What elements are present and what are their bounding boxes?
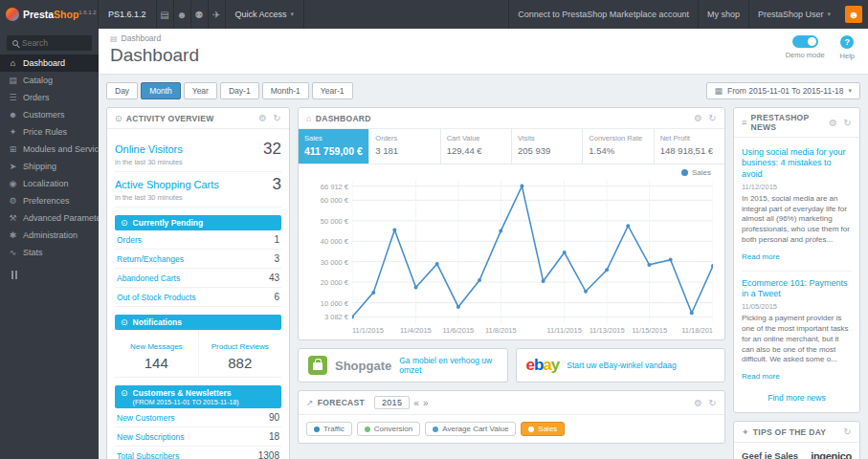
out-of-stock-link[interactable]: Out of Stock Products xyxy=(117,293,196,302)
product-reviews-cell: Product Reviews 882 xyxy=(199,330,282,377)
search-input[interactable] xyxy=(22,38,89,48)
range-year-1-button[interactable]: Year-1 xyxy=(312,82,353,99)
online-visitors-row: Online Visitors in the last 30 minutes 3… xyxy=(115,137,281,172)
pending-orders-link[interactable]: Orders xyxy=(117,235,142,245)
kpi-label: Orders xyxy=(375,134,434,142)
find-more-news-link[interactable]: Find more news xyxy=(742,393,852,403)
sidebar-item-modules[interactable]: ⊞Modules and Services xyxy=(0,141,99,158)
ebay-link[interactable]: Start uw eBay-winkel vandaag xyxy=(567,361,676,370)
avatar[interactable]: ☻ xyxy=(845,6,862,23)
sidebar-item-administration[interactable]: ✱Administration xyxy=(0,227,99,244)
bug-icon[interactable]: ⚉ xyxy=(191,0,209,29)
forecast-toggle-conversion[interactable]: Conversion xyxy=(357,422,420,436)
returns-link[interactable]: Return/Exchanges xyxy=(117,254,184,264)
sidebar-item-orders[interactable]: ☰Orders xyxy=(0,89,99,106)
demo-mode-toggle[interactable]: Demo mode xyxy=(786,35,825,60)
gear-icon[interactable]: ⚙ xyxy=(258,113,267,123)
refresh-icon[interactable]: ↻ xyxy=(708,398,717,408)
refresh-icon[interactable]: ↻ xyxy=(708,113,717,123)
range-year-button[interactable]: Year xyxy=(184,82,217,99)
kpi-cart-value[interactable]: Cart Value 129,44 € xyxy=(441,129,512,164)
news-article-title-link[interactable]: Using social media for your business: 4 … xyxy=(742,147,852,180)
sidebar-item-localization[interactable]: ◉Localization xyxy=(0,175,99,192)
shopgate-link[interactable]: Ga mobiel en verhoog uw omzet xyxy=(399,356,497,375)
sidebar-item-customers[interactable]: ☻Customers xyxy=(0,106,99,123)
read-more-link[interactable]: Read more xyxy=(742,252,780,261)
sidebar-item-label: Price Rules xyxy=(23,127,67,137)
out-of-stock-row: Out of Stock Products 6 xyxy=(115,288,281,307)
topbar: PrestaShop1.6.1.2 PS1.6.1.2 ▤ ☻ ⚉ ✈ Quic… xyxy=(0,0,868,29)
kpi-value: 3 181 xyxy=(375,145,434,156)
kpi-label: Conversion Rate xyxy=(589,134,647,142)
chart-legend: Sales xyxy=(681,168,711,177)
sidebar-item-preferences[interactable]: ⚙Preferences xyxy=(0,192,99,209)
returns-row: Return/Exchanges 3 xyxy=(115,250,281,269)
kpi-sales[interactable]: Sales 411 759,00 € xyxy=(299,129,369,164)
range-day-button[interactable]: Day xyxy=(106,82,138,99)
sidebar-item-shipping[interactable]: ➤Shipping xyxy=(0,158,99,175)
refresh-icon[interactable]: ↻ xyxy=(843,426,852,437)
chart-y-axis: 66 912 €60 000 €50 000 €40 000 €30 000 €… xyxy=(302,180,348,323)
sidebar-search[interactable] xyxy=(7,35,92,51)
new-messages-link[interactable]: New Messages xyxy=(130,342,183,351)
previous-year-button[interactable]: « xyxy=(413,398,419,408)
toggle-switch[interactable] xyxy=(792,35,818,48)
orders-icon: ☰ xyxy=(8,93,18,102)
header-controls: Demo mode ? Help xyxy=(786,35,855,60)
plane-icon[interactable]: ✈ xyxy=(209,0,226,29)
new-subscriptions-link[interactable]: New Subscriptions xyxy=(117,432,184,442)
kpi-conversion-rate[interactable]: Conversion Rate 1.54% xyxy=(583,129,654,164)
sales-chart: Sales 66 912 €60 000 €50 000 €40 000 €30… xyxy=(299,164,724,339)
total-subscribers-link[interactable]: Total Subscribers xyxy=(117,451,179,459)
help-label: Help xyxy=(840,52,855,60)
sidebar-item-dashboard[interactable]: ⌂Dashboard xyxy=(0,55,99,72)
next-year-button[interactable]: » xyxy=(423,398,429,408)
out-of-stock-value: 6 xyxy=(274,292,279,302)
panel-title: ACTIVITY OVERVIEW xyxy=(126,114,214,123)
tips-of-the-day-panel: ✦ TIPS OF THE DAY ↻ Geef je Sales in het… xyxy=(733,421,860,459)
forecast-toggle-sales[interactable]: Sales xyxy=(521,422,565,436)
refresh-icon[interactable]: ↻ xyxy=(843,118,852,128)
user-menu[interactable]: PrestaShop User ▾ xyxy=(748,0,839,29)
quick-access-menu[interactable]: Quick Access ▾ xyxy=(226,0,305,29)
active-carts-link[interactable]: Active Shopping Carts xyxy=(115,179,219,190)
new-subscriptions-value: 18 xyxy=(269,431,279,442)
panel-title: TIPS OF THE DAY xyxy=(753,427,826,437)
date-range-picker[interactable]: ▦ From 2015-11-01 To 2015-11-18 ▾ xyxy=(706,82,860,99)
sidebar-item-advanced-parameters[interactable]: ⚒Advanced Parameters xyxy=(0,209,99,227)
collapse-menu-button[interactable] xyxy=(11,271,99,279)
cart-icon[interactable]: ▤ xyxy=(157,0,174,29)
product-reviews-link[interactable]: Product Reviews xyxy=(211,342,269,351)
prestashop-logo[interactable]: PrestaShop1.6.1.2 xyxy=(0,0,99,29)
marketplace-connect-link[interactable]: Connect to PrestaShop Marketplace accoun… xyxy=(508,0,698,29)
forecast-year-select[interactable]: 2015 xyxy=(374,396,410,409)
forecast-toggle-traffic[interactable]: Traffic xyxy=(306,422,352,436)
range-month-button[interactable]: Month xyxy=(141,82,181,99)
legend-label: Sales xyxy=(692,168,711,177)
shop-name-link[interactable]: PS1.6.1.2 xyxy=(99,0,157,29)
range-day-1-button[interactable]: Day-1 xyxy=(220,82,259,99)
gear-icon[interactable]: ⚙ xyxy=(694,398,702,408)
sidebar-item-stats[interactable]: ∿Stats xyxy=(0,244,99,261)
online-visitors-link[interactable]: Online Visitors xyxy=(115,143,183,155)
sidebar-item-price-rules[interactable]: ✦Price Rules xyxy=(0,123,99,141)
forecast-toggle-average-cart-value[interactable]: Average Cart Value xyxy=(425,422,516,436)
kpi-orders[interactable]: Orders 3 181 xyxy=(369,129,440,164)
read-more-link[interactable]: Read more xyxy=(742,372,780,381)
customers-newsletters-header: ⊙ Customers & Newsletters (FROM 2015-11-… xyxy=(115,385,281,408)
kpi-visits[interactable]: Visits 205 939 xyxy=(512,129,583,164)
refresh-icon[interactable]: ↻ xyxy=(273,113,281,123)
news-article-title-link[interactable]: Ecommerce 101: Payments in a Tweet xyxy=(742,278,852,300)
range-month-1-button[interactable]: Month-1 xyxy=(262,82,309,99)
gear-icon[interactable]: ⚙ xyxy=(829,118,837,128)
kpi-label: Sales xyxy=(304,134,363,142)
my-shop-link[interactable]: My shop xyxy=(698,0,748,29)
gear-icon[interactable]: ⚙ xyxy=(694,113,702,123)
sidebar-item-catalog[interactable]: ▤Catalog xyxy=(0,72,99,89)
help-button[interactable]: ? Help xyxy=(840,35,855,60)
employee-icon[interactable]: ☻ xyxy=(174,0,191,29)
abandoned-carts-link[interactable]: Abandoned Carts xyxy=(117,273,180,283)
help-icon[interactable]: ? xyxy=(840,35,854,49)
new-customers-link[interactable]: New Customers xyxy=(117,413,174,423)
kpi-net-profit[interactable]: Net Profit 148 918,51 € xyxy=(655,129,724,164)
